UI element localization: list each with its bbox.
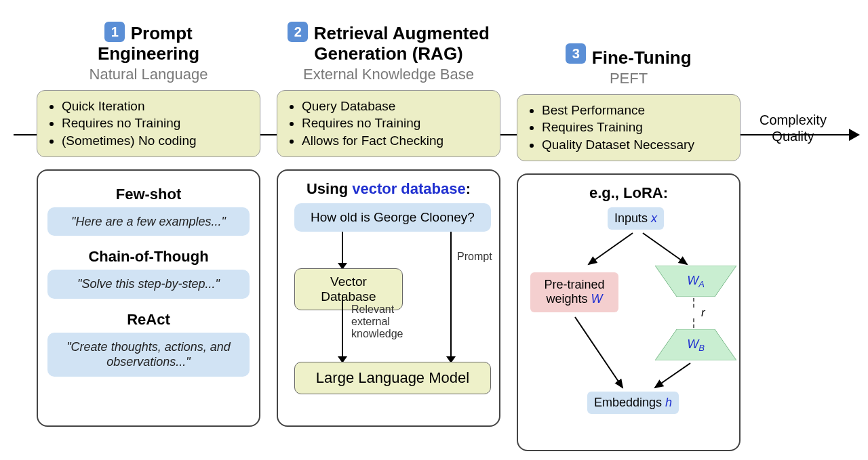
axis-arrowhead — [849, 129, 860, 141]
badge-1: 1 — [104, 22, 125, 42]
method-title: Few-shot — [47, 186, 250, 203]
method-example: "Solve this step-by-step..." — [47, 270, 250, 299]
arrow-q-llm — [450, 232, 452, 358]
relevant-knowledge-label: Relevant external knowledge — [351, 304, 412, 341]
lora-inputs-box: Inputs x — [608, 207, 664, 230]
col1-bullet: Requires no Training — [62, 114, 250, 132]
svg-line-0 — [589, 233, 633, 264]
method-cot: Chain-of-Though "Solve this step-by-step… — [47, 248, 250, 299]
arrow-vdb-llm — [342, 295, 343, 358]
svg-line-6 — [575, 317, 623, 388]
axis-quality: Quality — [772, 129, 814, 144]
col3-bullet: Quality Dataset Necessary — [542, 136, 730, 154]
method-react: ReAct "Create thoughts, actions, and obs… — [47, 311, 250, 377]
col2-bullet: Requires no Training — [302, 114, 490, 132]
column-rag: 2 Retrieval Augmented Generation (RAG) E… — [277, 22, 500, 427]
col1-characteristics: Quick Iteration Requires no Training (So… — [37, 90, 260, 157]
axis-label: Complexity Quality — [760, 112, 827, 144]
arrow-q-vdb — [342, 232, 343, 264]
arrows-inputs — [568, 230, 704, 271]
col3-subtitle: PEFT — [517, 70, 741, 87]
col1-title-line1: Prompt — [131, 23, 193, 43]
col1-title-line2: Engineering — [37, 44, 260, 64]
lora-diagram: Inputs x Pre-trained weights W WA r — [528, 207, 730, 438]
col2-subtitle: External Knowledge Base — [277, 66, 500, 83]
rag-flow: How old is George Clooney? Prompt Vector… — [288, 203, 490, 406]
emb-var: h — [665, 396, 672, 409]
col1-detail: Few-shot "Here are a few examples..." Ch… — [37, 169, 260, 427]
col2-header: 2 Retrieval Augmented Generation (RAG) E… — [277, 22, 500, 83]
detail-suffix: : — [466, 180, 471, 197]
svg-line-7 — [655, 363, 690, 388]
method-example: "Create thoughts, actions, and observati… — [47, 333, 250, 377]
col2-title-line2: Generation (RAG) — [277, 44, 500, 64]
detail-vdb: vector database — [352, 180, 466, 197]
col2-bullet: Allows for Fact Checking — [302, 132, 490, 150]
rag-question-box: How old is George Clooney? — [294, 203, 491, 232]
col2-bullet: Query Database — [302, 98, 490, 115]
r-dash-top — [693, 298, 694, 308]
col2-detail: Using vector database: How old is George… — [277, 169, 500, 427]
column-finetuning: 3 Fine-Tuning PEFT Best Performance Requ… — [517, 22, 741, 451]
col3-detail: e.g., LoRA: Inputs x Pre-trained weights… — [517, 173, 741, 451]
method-fewshot: Few-shot "Here are a few examples..." — [47, 186, 250, 236]
arrows-to-embeddings — [555, 314, 717, 396]
svg-line-1 — [643, 233, 687, 264]
method-example: "Here are a few examples..." — [47, 207, 250, 236]
detail-prefix: Using — [307, 180, 352, 197]
inputs-var: x — [651, 211, 657, 225]
col3-title: Fine-Tuning — [592, 48, 692, 68]
pretrained-var: W — [591, 292, 603, 306]
col1-header: 1 Prompt Engineering Natural Language — [37, 22, 260, 83]
col3-characteristics: Best Performance Requires Training Quali… — [517, 94, 741, 161]
col3-bullet: Requires Training — [542, 119, 730, 136]
method-title: Chain-of-Though — [47, 248, 250, 266]
column-prompt-engineering: 1 Prompt Engineering Natural Language Qu… — [37, 22, 260, 427]
method-title: ReAct — [47, 311, 250, 329]
col1-subtitle: Natural Language — [37, 66, 260, 83]
badge-2: 2 — [288, 22, 308, 42]
col3-detail-title: e.g., LoRA: — [528, 184, 730, 202]
emb-label: Embeddings — [594, 396, 665, 409]
col1-bullet: (Sometimes) No coding — [62, 132, 250, 150]
wa-trapezoid: WA — [655, 266, 736, 297]
pretrained-weights-box: Pre-trained weights W — [530, 272, 618, 312]
col3-header: 3 Fine-Tuning PEFT — [517, 43, 741, 87]
col2-title-line1: Retrieval Augmented — [314, 23, 490, 43]
prompt-label: Prompt — [457, 251, 492, 263]
col1-bullet: Quick Iteration — [62, 98, 250, 115]
axis-complexity: Complexity — [760, 112, 827, 127]
lora-embeddings-box: Embeddings h — [587, 392, 679, 414]
badge-3: 3 — [566, 43, 586, 64]
inputs-label: Inputs — [614, 211, 651, 225]
llm-box: Large Language Model — [294, 362, 491, 394]
col2-characteristics: Query Database Requires no Training Allo… — [277, 90, 500, 157]
col3-bullet: Best Performance — [542, 102, 730, 119]
col2-detail-title: Using vector database: — [288, 180, 490, 198]
